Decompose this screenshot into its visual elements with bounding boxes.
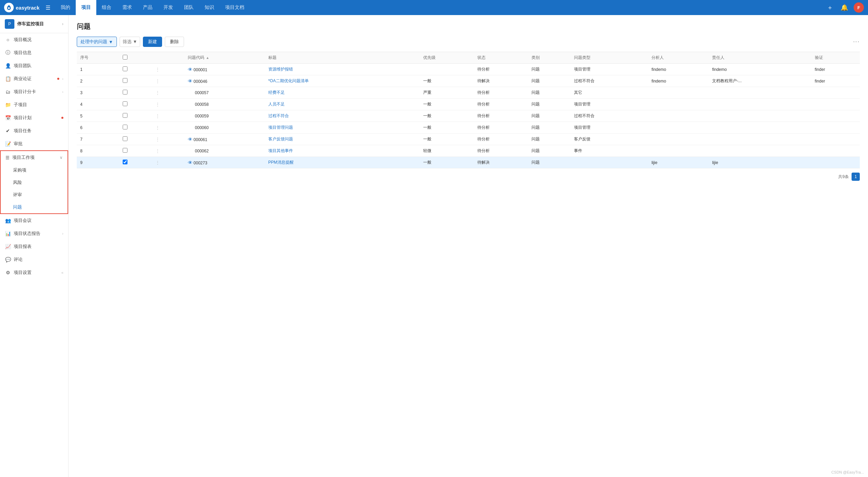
row-checkbox[interactable] [123, 101, 127, 106]
nav-item-knowledge[interactable]: 知识 [199, 0, 220, 15]
nav-item-portfolio[interactable]: 组合 [96, 0, 117, 15]
cell-owner [709, 122, 811, 134]
cell-dots[interactable]: ⋮ [152, 87, 184, 99]
add-button[interactable]: ＋ [825, 2, 835, 13]
sidebar-item-business[interactable]: 📋 商业论证 › [0, 72, 68, 85]
sidebar-item-approval[interactable]: 📝 审批 [0, 137, 68, 150]
notification-button[interactable]: 🔔 [839, 2, 849, 13]
issue-link[interactable]: 过程不符合 [268, 113, 289, 118]
delete-button[interactable]: 删除 [165, 37, 184, 47]
row-checkbox[interactable] [123, 78, 127, 83]
table-row: 5 ⋮ 000059 过程不符合 一般 待分析 问题 过程不符合 [77, 110, 860, 122]
cell-checkbox[interactable] [119, 64, 152, 75]
issue-link[interactable]: 人员不足 [268, 102, 285, 106]
sidebar-item-scorecard[interactable]: 🗂 项目计分卡 › [0, 85, 68, 98]
cell-owner [709, 134, 811, 145]
filter-funnel-arrow-icon: ▼ [133, 39, 137, 44]
row-checkbox[interactable] [123, 90, 127, 95]
nav-item-requirements[interactable]: 需求 [117, 0, 137, 15]
cell-checkbox[interactable] [119, 110, 152, 122]
issue-link[interactable]: 项目管理问题 [268, 125, 293, 130]
cell-no: 8 [77, 145, 119, 157]
new-button[interactable]: 新建 [143, 37, 162, 47]
cell-type [571, 157, 648, 168]
row-checkbox[interactable] [123, 125, 127, 129]
issue-link[interactable]: 资源维护报错 [268, 67, 293, 72]
cell-dots[interactable]: ⋮ [152, 64, 184, 75]
row-checkbox[interactable] [123, 148, 127, 153]
cell-title: 经费不足 [265, 87, 420, 99]
cell-checkbox[interactable] [119, 134, 152, 145]
scorecard-arrow-icon: › [62, 90, 63, 94]
nav-item-product[interactable]: 产品 [137, 0, 158, 15]
cell-checkbox[interactable] [119, 75, 152, 87]
issue-link[interactable]: *OA二期优化问题清单 [268, 78, 309, 83]
row-checkbox[interactable] [123, 136, 127, 141]
col-verify: 验证 [811, 52, 860, 64]
more-button[interactable]: ··· [853, 39, 860, 45]
sidebar-item-meeting[interactable]: 👥 项目会议 [0, 214, 68, 227]
sidebar-item-team[interactable]: 👤 项目团队 [0, 59, 68, 72]
app-logo[interactable]: easytrack [4, 3, 39, 12]
sidebar-item-settings[interactable]: ⚙ 项目设置 « [0, 266, 68, 279]
sidebar-sub-item-review[interactable]: 评审 [1, 189, 68, 201]
issue-link[interactable]: 经费不足 [268, 90, 285, 95]
nav-item-dev[interactable]: 开发 [158, 0, 179, 15]
row-checkbox[interactable] [123, 113, 127, 118]
sidebar-item-task[interactable]: ✔ 项目任务 [0, 124, 68, 137]
cell-dots[interactable]: ⋮ [152, 134, 184, 145]
cell-checkbox[interactable] [119, 99, 152, 110]
cell-verify [811, 145, 860, 157]
avatar[interactable]: F [854, 2, 864, 13]
issue-link[interactable]: 客户反馈问题 [268, 137, 293, 141]
eye-icon[interactable]: 👁 [188, 78, 193, 84]
sidebar-item-info[interactable]: ⓘ 项目信息 [0, 46, 68, 59]
sidebar-sub-item-risk[interactable]: 风险 [1, 176, 68, 189]
eye-icon[interactable]: 👁 [188, 137, 193, 142]
row-checkbox[interactable] [123, 66, 127, 71]
cell-checkbox[interactable] [119, 157, 152, 168]
nav-item-project[interactable]: 项目 [76, 0, 96, 15]
filter-button[interactable]: 处理中的问题 ▼ [77, 37, 117, 47]
cell-category: 问题 [528, 122, 571, 134]
cell-dots[interactable]: ⋮ [152, 145, 184, 157]
nav-item-team[interactable]: 团队 [179, 0, 199, 15]
cell-status: 待解决 [474, 157, 528, 168]
cell-dots[interactable]: ⋮ [152, 110, 184, 122]
cell-checkbox[interactable] [119, 145, 152, 157]
sidebar-sub-item-issues[interactable]: 问题 [1, 201, 68, 213]
cell-dots[interactable]: ⋮ [152, 122, 184, 134]
logo-icon [4, 3, 14, 12]
sidebar-sub-item-procurement[interactable]: 采购项 [1, 164, 68, 176]
nav-item-my[interactable]: 我的 [55, 0, 76, 15]
sidebar-item-comment[interactable]: 💬 评论 [0, 253, 68, 266]
page-number[interactable]: 1 [852, 173, 860, 181]
filter-icon-button[interactable]: 筛选 ▼ [120, 37, 140, 47]
project-chevron-icon[interactable]: › [62, 22, 63, 26]
sidebar-item-subproject[interactable]: 📁 子项目 [0, 98, 68, 111]
total-count: 共9条 [838, 174, 849, 180]
eye-icon[interactable]: 👁 [188, 160, 193, 165]
cell-dots[interactable]: ⋮ [152, 99, 184, 110]
row-checkbox[interactable] [123, 160, 127, 164]
sidebar-item-plan[interactable]: 📅 项目计划 [0, 111, 68, 124]
cell-title: 人员不足 [265, 99, 420, 110]
sidebar-item-projectreport[interactable]: 📈 项目报表 [0, 240, 68, 253]
sidebar-item-report[interactable]: 📊 项目状态报告 › [0, 227, 68, 240]
issue-link[interactable]: 项目其他事件 [268, 148, 293, 153]
workitem-parent[interactable]: ☰ 项目工作项 ∨ [1, 151, 68, 164]
cell-category: 问题 [528, 145, 571, 157]
cell-checkbox[interactable] [119, 122, 152, 134]
cell-verify: finder [811, 75, 860, 87]
eye-icon[interactable]: 👁 [188, 67, 193, 72]
cell-dots[interactable]: ⋮ [152, 157, 184, 168]
hamburger-menu[interactable]: ☰ [43, 2, 53, 13]
main-layout: P 停车监控项目 › ○ 项目概况 ⓘ 项目信息 👤 项目团队 📋 商业论证 ›… [0, 15, 868, 477]
cell-dots[interactable]: ⋮ [152, 75, 184, 87]
nav-item-docs[interactable]: 项目文档 [220, 0, 250, 15]
issue-link[interactable]: PPM消息提醒 [268, 160, 294, 165]
sidebar-item-overview[interactable]: ○ 项目概况 [0, 33, 68, 46]
select-all-checkbox[interactable] [123, 55, 127, 60]
cell-type: 项目管理 [571, 99, 648, 110]
cell-checkbox[interactable] [119, 87, 152, 99]
